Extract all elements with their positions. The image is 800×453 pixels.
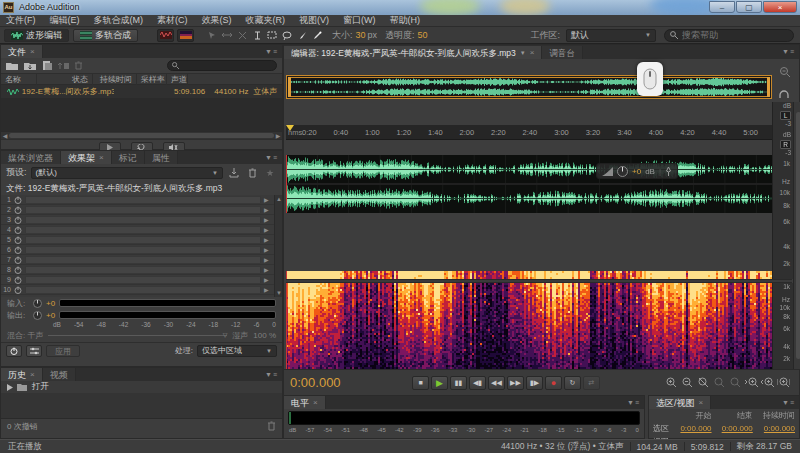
input-knob[interactable] bbox=[33, 299, 42, 308]
help-search[interactable] bbox=[664, 29, 794, 42]
favorite-star-icon[interactable]: ★ bbox=[263, 167, 277, 179]
preset-dropdown[interactable]: (默认) ▼ bbox=[31, 167, 223, 179]
delete-preset-icon[interactable] bbox=[245, 167, 259, 179]
playhead-marker[interactable] bbox=[286, 125, 294, 131]
zoom-in-icon[interactable] bbox=[664, 376, 679, 390]
power-icon[interactable] bbox=[14, 226, 22, 234]
effect-slot[interactable]: 9 ▶ bbox=[1, 275, 274, 285]
slot-well[interactable] bbox=[25, 196, 261, 204]
waveform-editor-button[interactable]: 波形编辑 bbox=[4, 29, 69, 42]
save-preset-icon[interactable] bbox=[227, 167, 241, 179]
fast-forward-button[interactable]: ▶▶ bbox=[507, 376, 524, 390]
waveform-canvas[interactable] bbox=[286, 155, 772, 213]
files-search[interactable] bbox=[167, 60, 277, 71]
close-icon[interactable]: × bbox=[99, 152, 104, 164]
column-header[interactable]: 状态 bbox=[37, 74, 93, 85]
channel-left-button[interactable]: L bbox=[780, 111, 791, 120]
razor-tool-icon[interactable] bbox=[235, 29, 249, 42]
loop-button[interactable]: ↻ bbox=[564, 376, 581, 390]
tab-properties[interactable]: 属性 bbox=[145, 151, 178, 164]
files-search-input[interactable] bbox=[182, 61, 270, 70]
overview-waveform[interactable] bbox=[288, 77, 770, 97]
tab-editor[interactable]: 编辑器: 192-E黄梅戏-严凤英-牛郎织女-到底人间欢乐多.mp3 ▼ × bbox=[284, 46, 542, 59]
tab-selection-view[interactable]: 选区/视图× bbox=[649, 396, 711, 409]
panel-menu-icon[interactable]: ▼≡ bbox=[265, 371, 278, 378]
panel-menu-icon[interactable]: ▼≡ bbox=[265, 154, 278, 161]
scroll-up-icon[interactable]: ▲ bbox=[275, 195, 283, 203]
panel-menu-icon[interactable]: ▼≡ bbox=[627, 399, 640, 406]
output-gain-value[interactable]: +0 bbox=[46, 311, 55, 320]
time-display[interactable]: 0:00.000 bbox=[290, 375, 410, 390]
text-tool-icon[interactable] bbox=[250, 29, 264, 42]
power-icon[interactable] bbox=[14, 286, 22, 294]
slot-expand-icon[interactable]: ▶ bbox=[264, 246, 272, 253]
history-entry[interactable]: 打开 bbox=[1, 381, 282, 393]
zoom-in-amplitude-icon[interactable] bbox=[744, 376, 759, 390]
slot-expand-icon[interactable]: ▶ bbox=[264, 216, 272, 223]
paintbrush-tool-icon[interactable] bbox=[295, 29, 309, 42]
apply-button[interactable]: 应用 bbox=[46, 345, 80, 357]
zoom-reset-icon[interactable] bbox=[776, 376, 791, 390]
open-folder-icon[interactable] bbox=[6, 61, 19, 70]
power-icon[interactable] bbox=[14, 256, 22, 264]
zoom-in-point-icon[interactable] bbox=[712, 376, 727, 390]
effect-slot[interactable]: 4 ▶ bbox=[1, 225, 274, 235]
zoom-out-icon[interactable] bbox=[680, 376, 695, 390]
scroll-left-icon[interactable]: ◀ bbox=[1, 132, 9, 140]
slot-expand-icon[interactable]: ▶ bbox=[264, 196, 272, 203]
trash-icon[interactable] bbox=[267, 421, 276, 431]
slot-well[interactable] bbox=[25, 256, 261, 264]
slot-well[interactable] bbox=[25, 286, 261, 294]
skip-forward-button[interactable]: ▮▶ bbox=[526, 376, 543, 390]
slip-tool-icon[interactable] bbox=[220, 29, 234, 42]
minimize-button[interactable]: – bbox=[709, 1, 735, 13]
workspace-dropdown[interactable]: 默认 ▼ bbox=[566, 29, 656, 42]
slot-expand-icon[interactable]: ▶ bbox=[264, 286, 272, 293]
panel-menu-icon[interactable]: ▼≡ bbox=[782, 399, 795, 406]
slot-expand-icon[interactable]: ▶ bbox=[264, 206, 272, 213]
slot-expand-icon[interactable]: ▶ bbox=[264, 236, 272, 243]
stop-button[interactable]: ■ bbox=[412, 376, 429, 390]
close-icon[interactable]: × bbox=[30, 46, 35, 58]
insert-multitrack-icon[interactable] bbox=[58, 61, 69, 70]
import-file-icon[interactable] bbox=[24, 61, 37, 70]
file-row[interactable]: 192-E黄梅...间欢乐多.mp3 5:09.106 44100 Hz 立体声 bbox=[1, 85, 282, 98]
delete-icon[interactable] bbox=[74, 61, 83, 70]
menu-item[interactable]: 视图(V) bbox=[299, 14, 329, 27]
column-header[interactable]: 采样率 bbox=[137, 74, 167, 85]
menu-item[interactable]: 多轨合成(M) bbox=[94, 14, 144, 27]
zoom-out-amplitude-icon[interactable] bbox=[760, 376, 775, 390]
volume-knob[interactable] bbox=[617, 166, 628, 177]
close-icon[interactable]: × bbox=[313, 397, 318, 409]
power-icon[interactable] bbox=[14, 236, 22, 244]
zoom-out-full-icon[interactable] bbox=[728, 376, 743, 390]
maximize-button[interactable]: ▢ bbox=[736, 1, 762, 13]
close-icon[interactable]: × bbox=[699, 397, 704, 409]
move-tool-icon[interactable] bbox=[205, 29, 219, 42]
slot-well[interactable] bbox=[25, 206, 261, 214]
timeline-ruler[interactable]: hms 0:200:401:001:201:402:002:202:403:00… bbox=[286, 125, 772, 140]
rack-power-button[interactable] bbox=[6, 345, 22, 357]
tab-video[interactable]: 视频 bbox=[43, 368, 76, 381]
process-dropdown[interactable]: 仅选中区域 ▼ bbox=[197, 345, 277, 357]
scroll-right-icon[interactable]: ▶ bbox=[274, 132, 282, 140]
skip-selection-button[interactable]: ⇄ bbox=[583, 376, 600, 390]
volume-hud[interactable]: +0 dB | bbox=[596, 163, 678, 179]
effect-slot[interactable]: 10 ▶ bbox=[1, 285, 274, 295]
slot-expand-icon[interactable]: ▶ bbox=[264, 256, 272, 263]
selection-duration[interactable]: 0:00.000 bbox=[757, 422, 799, 435]
marquee-tool-icon[interactable] bbox=[265, 29, 279, 42]
record-button[interactable]: ● bbox=[545, 376, 562, 390]
menu-item[interactable]: 帮助(H) bbox=[390, 14, 421, 27]
column-header[interactable]: 名称 bbox=[1, 74, 37, 85]
overview-strip[interactable] bbox=[286, 75, 772, 99]
power-icon[interactable] bbox=[14, 206, 22, 214]
effect-slot[interactable]: 3 ▶ bbox=[1, 215, 274, 225]
menu-item[interactable]: 文件(F) bbox=[6, 14, 36, 27]
slot-well[interactable] bbox=[25, 236, 261, 244]
effect-slot[interactable]: 6 ▶ bbox=[1, 245, 274, 255]
slot-well[interactable] bbox=[25, 276, 261, 284]
power-icon[interactable] bbox=[14, 246, 22, 254]
brush-size-value[interactable]: 30 bbox=[356, 30, 366, 40]
files-hscrollbar[interactable]: ◀ ▶ bbox=[1, 131, 282, 139]
